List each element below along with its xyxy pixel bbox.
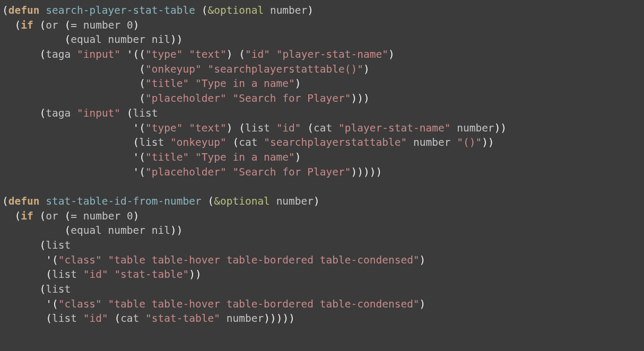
amp-optional: &optional bbox=[214, 195, 270, 207]
keyword-defun: defun bbox=[8, 195, 40, 207]
keyword-if: if bbox=[21, 210, 33, 222]
amp-optional: &optional bbox=[207, 4, 264, 16]
fn-search-player-stat-table: search-player-stat-table bbox=[46, 4, 195, 16]
keyword-if: if bbox=[21, 19, 33, 31]
code-block: (defun search-player-stat-table (&option… bbox=[0, 0, 644, 329]
fn-stat-table-id-from-number: stat-table-id-from-number bbox=[46, 195, 202, 207]
keyword-defun: defun bbox=[8, 4, 40, 16]
